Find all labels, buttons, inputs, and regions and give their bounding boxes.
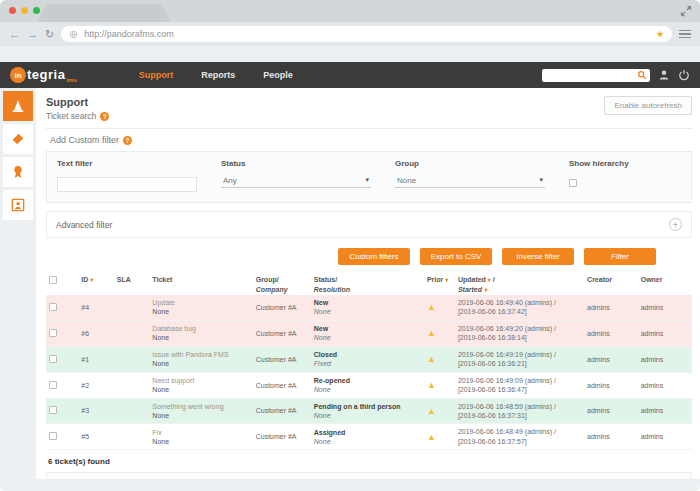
ticket-title[interactable]: Issue with Pandora FMS (152, 351, 249, 358)
advanced-filter-bar[interactable]: Advanced filter + (46, 211, 692, 238)
ticket-row: #5FixNoneCustomer #AAssignedNone▲2019-06… (46, 424, 692, 450)
sidebar-item-support[interactable] (3, 91, 33, 121)
browser-tab[interactable] (38, 4, 170, 22)
ticket-started: [2019-06-06 16:37:31] (458, 411, 581, 420)
ticket-subtitle: None (152, 386, 249, 393)
col-sla[interactable]: SLA (114, 274, 150, 295)
ticket-company: Customer #A (253, 424, 311, 450)
sidebar-item-projects[interactable] (3, 157, 33, 187)
main-menu: Support Reports People (139, 70, 293, 80)
ticket-owner: admins (638, 398, 692, 424)
row-checkbox[interactable] (49, 303, 57, 311)
col-status-resolution[interactable]: Status/ Resolution (311, 274, 424, 295)
sort-icon[interactable]: ▾ (445, 277, 448, 283)
ticket-subtitle: None (152, 308, 249, 315)
ticket-id[interactable]: #3 (78, 398, 114, 424)
global-search-input[interactable] (547, 70, 637, 81)
ticket-id[interactable]: #5 (78, 424, 114, 450)
minimize-window-button[interactable] (21, 7, 28, 14)
refresh-icon[interactable]: ↻ (45, 29, 54, 40)
priority-warning-icon: ▲ (427, 302, 436, 312)
fullscreen-icon[interactable] (680, 5, 692, 17)
sidebar-item-tickets[interactable] (3, 124, 33, 154)
col-prior[interactable]: Prior ▾ (424, 274, 455, 295)
group-select[interactable]: None ▾ (395, 173, 545, 188)
ticket-status: Closed (314, 351, 421, 358)
ticket-id[interactable]: #6 (78, 320, 114, 346)
ticket-started: [2019-06-06 16:37:42] (458, 307, 581, 316)
enable-autorefresh-button[interactable]: Enable autorefresh (604, 96, 692, 115)
page-subtitle: Ticket search (46, 111, 96, 121)
ticket-id[interactable]: #4 (78, 295, 114, 320)
ticket-row: #2Need supportNoneCustomer #ARe-openedNo… (46, 372, 692, 398)
zoom-window-button[interactable] (33, 7, 40, 14)
ticket-updated: 2019-06-06 16:48:59 (admins) / (458, 402, 581, 411)
browser-menu-icon[interactable] (679, 30, 691, 39)
inverse-filter-button[interactable]: Inverse filter (502, 248, 574, 265)
bookmark-star-icon[interactable]: ★ (656, 29, 664, 39)
priority-warning-icon: ▲ (427, 328, 436, 338)
sort-icon[interactable]: ▾ (484, 287, 487, 293)
col-updated-started[interactable]: Updated ▾ / Started ▾ (455, 274, 584, 295)
award-ribbon-icon (10, 164, 26, 180)
forward-icon[interactable]: → (27, 29, 38, 40)
text-filter-input[interactable] (57, 177, 197, 192)
ticket-title[interactable]: Fix (152, 429, 249, 436)
sort-icon[interactable]: ▾ (90, 277, 93, 283)
page-title: Support (46, 96, 109, 108)
massive-operations-bar[interactable]: Massive operations over selected items + (46, 472, 692, 479)
col-ticket[interactable]: Ticket (149, 274, 252, 295)
row-checkbox[interactable] (49, 406, 57, 414)
help-icon[interactable]: ? (100, 112, 109, 121)
global-search-box[interactable] (542, 69, 650, 82)
ticket-status: New (314, 325, 421, 332)
back-icon[interactable]: ← (9, 29, 20, 40)
ticket-started: [2019-06-06 16:38:14] (458, 333, 581, 342)
ticket-title[interactable]: Need support (152, 377, 249, 384)
ticket-title[interactable]: Update (152, 299, 249, 306)
help-icon[interactable]: ? (123, 136, 132, 145)
row-checkbox[interactable] (49, 329, 57, 337)
show-hierarchy-checkbox[interactable] (569, 179, 577, 187)
ticket-company: Customer #A (253, 295, 311, 320)
address-bar[interactable]: http://pandorafms.com ★ (61, 26, 672, 42)
export-to-csv-button[interactable]: Export to CSV (420, 248, 492, 265)
status-select[interactable]: Any ▾ (221, 173, 371, 188)
logo-text: tegria (27, 67, 65, 82)
ticket-title[interactable]: Database bug (152, 325, 249, 332)
ticket-owner: admins (638, 346, 692, 372)
col-id[interactable]: ID ▾ (78, 274, 114, 295)
sort-icon[interactable]: ▾ (488, 277, 491, 283)
expand-plus-icon[interactable]: + (669, 218, 682, 231)
nav-item-support[interactable]: Support (139, 70, 174, 80)
ticket-id[interactable]: #1 (78, 346, 114, 372)
ticket-company: Customer #A (253, 398, 311, 424)
ticket-id[interactable]: #2 (78, 372, 114, 398)
user-icon[interactable] (658, 69, 670, 81)
filter-button[interactable]: Filter (584, 248, 656, 265)
nav-item-reports[interactable]: Reports (201, 70, 235, 80)
sidebar-item-agents[interactable] (3, 190, 33, 220)
search-icon[interactable] (637, 70, 647, 80)
select-all-checkbox[interactable] (49, 276, 57, 284)
col-owner[interactable]: Owner (638, 274, 692, 295)
ticket-owner: admins (638, 372, 692, 398)
sidebar (0, 88, 36, 479)
status-label: Status (221, 159, 371, 168)
row-checkbox[interactable] (49, 355, 57, 363)
row-checkbox[interactable] (49, 381, 57, 389)
row-checkbox[interactable] (49, 432, 57, 440)
ticket-title[interactable]: Something went wrong (152, 403, 249, 410)
close-window-button[interactable] (9, 7, 16, 14)
ticket-resolution: Fixed (314, 360, 421, 367)
browser-titlebar (0, 0, 700, 22)
col-creator[interactable]: Creator (584, 274, 638, 295)
ticket-owner: admins (638, 320, 692, 346)
priority-warning-icon: ▲ (427, 354, 436, 364)
url-text[interactable]: http://pandorafms.com (84, 29, 650, 39)
nav-item-people[interactable]: People (263, 70, 293, 80)
logout-power-icon[interactable] (678, 69, 690, 81)
custom-filters-button[interactable]: Custom filters (338, 248, 410, 265)
col-group-company[interactable]: Group/ Company (253, 274, 311, 295)
integria-logo[interactable]: in tegria ims (10, 67, 77, 83)
